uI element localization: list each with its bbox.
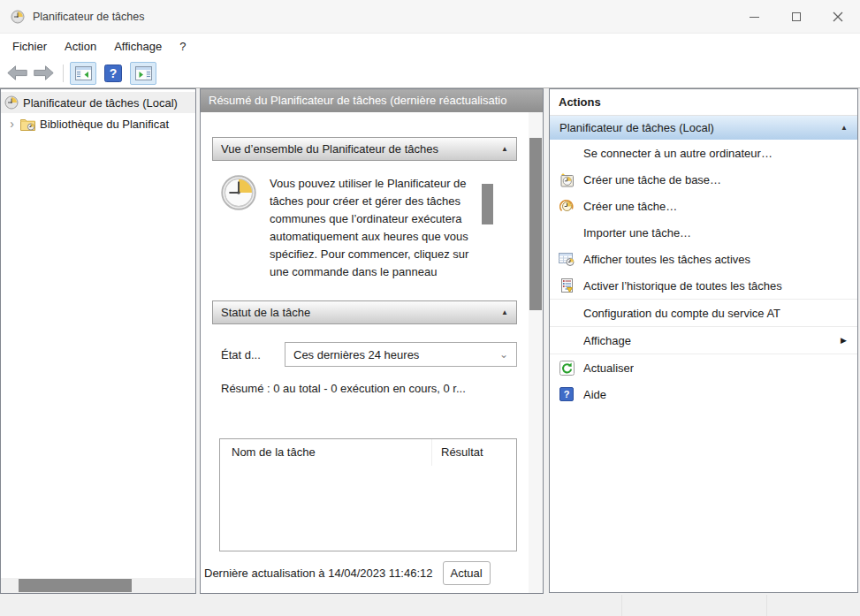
action-import-task[interactable]: Importer une tâche… bbox=[550, 219, 857, 246]
menu-affichage[interactable]: Affichage bbox=[105, 40, 171, 53]
empty-icon-slot bbox=[558, 331, 575, 349]
show-console-tree-button[interactable] bbox=[70, 62, 96, 85]
console-tree-icon bbox=[75, 66, 92, 80]
menu-help[interactable]: ? bbox=[171, 40, 194, 53]
task-status-section-header[interactable]: Statut de la tâche ▲ bbox=[212, 300, 517, 324]
action-item-label: Configuration du compte du service AT bbox=[583, 307, 780, 320]
maximize-icon bbox=[792, 12, 801, 21]
minimize-button[interactable] bbox=[734, 0, 775, 34]
tree-item-task-scheduler-library[interactable]: › Bibliothèque du Planificat bbox=[1, 113, 195, 134]
app-clock-icon bbox=[4, 95, 19, 110]
action-actualiser[interactable]: Actualiser bbox=[550, 354, 857, 381]
close-icon bbox=[833, 11, 843, 22]
empty-icon-slot bbox=[558, 224, 575, 241]
task-state-label: État d... bbox=[221, 348, 285, 361]
console-tree-panel: Planificateur de tâches (Local) › Biblio… bbox=[0, 88, 196, 594]
action-item-label: Créer une tâche de base… bbox=[583, 173, 721, 186]
folder-clock-icon bbox=[20, 118, 35, 131]
period-dropdown-value: Ces dernières 24 heures bbox=[293, 348, 419, 361]
action-create-task[interactable]: Créer une tâche… bbox=[550, 193, 857, 219]
maximize-button[interactable] bbox=[775, 0, 817, 34]
action-item-label: Importer une tâche… bbox=[583, 226, 691, 240]
status-bar bbox=[0, 595, 860, 616]
actions-group-header[interactable]: Planificateur de tâches (Local) ▲ bbox=[550, 116, 857, 140]
toolbar-separator bbox=[63, 65, 64, 82]
action-pane-icon bbox=[135, 66, 152, 80]
collapse-up-icon[interactable]: ▲ bbox=[501, 308, 508, 316]
chevron-right-icon[interactable]: › bbox=[6, 118, 18, 130]
task-state-row: État d... Ces dernières 24 heures ⌄ bbox=[221, 342, 517, 367]
task-summary-line: Résumé : 0 au total - 0 exécution en cou… bbox=[221, 382, 517, 395]
caption-buttons bbox=[734, 0, 858, 34]
summary-footer: Dernière actualisation à 14/04/2023 11:4… bbox=[204, 561, 530, 585]
help-icon: ? bbox=[558, 385, 575, 403]
menu-action[interactable]: Action bbox=[56, 40, 105, 53]
period-dropdown[interactable]: Ces dernières 24 heures ⌄ bbox=[285, 342, 517, 367]
overview-scrollbar-thumb[interactable] bbox=[482, 184, 493, 224]
task-status-section-title: Statut de la tâche bbox=[221, 306, 310, 319]
active-tasks-table-icon bbox=[558, 250, 575, 268]
tree-item-label: Planificateur de tâches (Local) bbox=[23, 96, 178, 110]
action-item-label: Se connecter à un autre ordinateur… bbox=[583, 147, 772, 160]
minimize-icon bbox=[750, 17, 759, 18]
overview-section-title: Vue d’ensemble du Planificateur de tâche… bbox=[221, 142, 438, 156]
window-title: Planificateur de tâches bbox=[33, 11, 144, 23]
column-result[interactable]: Résultat bbox=[432, 439, 516, 466]
action-item-label: Aide bbox=[583, 388, 606, 401]
toolbar: ? bbox=[0, 58, 860, 88]
horizontal-scrollbar[interactable] bbox=[1, 578, 195, 593]
column-task-name[interactable]: Nom de la tâche bbox=[220, 439, 432, 466]
help-icon: ? bbox=[104, 65, 122, 82]
menu-fichier[interactable]: Fichier bbox=[4, 40, 56, 53]
empty-icon-slot bbox=[558, 144, 575, 162]
summary-panel-header: Résumé du Planificateur de tâches (derni… bbox=[201, 89, 543, 112]
refresh-button[interactable]: Actual bbox=[443, 561, 491, 585]
actions-panel-title: Actions bbox=[550, 89, 857, 116]
forward-arrow-icon bbox=[34, 65, 54, 80]
show-action-pane-button[interactable] bbox=[130, 62, 156, 85]
empty-icon-slot bbox=[558, 304, 575, 322]
status-bar-separator bbox=[621, 595, 622, 616]
tree-item-task-scheduler-local[interactable]: Planificateur de tâches (Local) bbox=[1, 92, 195, 113]
create-basic-task-icon bbox=[558, 171, 575, 188]
title-bar: Planificateur de tâches bbox=[0, 0, 860, 34]
refresh-icon bbox=[558, 359, 575, 376]
action-item-label: Activer l’historique de toutes les tâche… bbox=[583, 279, 782, 293]
back-arrow-icon bbox=[7, 65, 27, 80]
tree-item-label: Bibliothèque du Planificat bbox=[40, 118, 169, 131]
collapse-up-icon[interactable]: ▲ bbox=[841, 124, 848, 132]
summary-content: Vue d’ensemble du Planificateur de tâche… bbox=[212, 112, 517, 593]
scrollbar-thumb[interactable] bbox=[19, 579, 132, 592]
action-create-basic-task[interactable]: Créer une tâche de base… bbox=[550, 166, 857, 193]
task-history-icon bbox=[558, 277, 575, 294]
close-button[interactable] bbox=[817, 0, 858, 34]
action-item-label: Afficher toutes les tâches actives bbox=[583, 253, 750, 266]
chevron-down-icon: ⌄ bbox=[499, 348, 508, 361]
action-connect-other-computer[interactable]: Se connecter à un autre ordinateur… bbox=[550, 140, 857, 166]
actions-group-title: Planificateur de tâches (Local) bbox=[559, 121, 714, 134]
action-enable-task-history[interactable]: Activer l’historique de toutes les tâche… bbox=[550, 272, 857, 299]
forward-button[interactable] bbox=[34, 65, 54, 80]
status-bar-separator bbox=[766, 595, 767, 616]
overview-text: Vous pouvez utiliser le Planificateur de… bbox=[270, 175, 471, 288]
scrollbar-thumb[interactable] bbox=[529, 138, 542, 310]
create-task-icon bbox=[558, 197, 575, 215]
vertical-scrollbar[interactable] bbox=[529, 112, 543, 593]
back-button[interactable] bbox=[7, 65, 27, 80]
action-aide[interactable]: ? Aide bbox=[550, 381, 857, 407]
toolbar-help-button[interactable]: ? bbox=[100, 62, 126, 85]
submenu-arrow-icon: ▶ bbox=[841, 336, 847, 345]
overview-section-header[interactable]: Vue d’ensemble du Planificateur de tâche… bbox=[212, 137, 517, 161]
action-at-service-account-config[interactable]: Configuration du compte du service AT bbox=[550, 300, 857, 326]
menu-bar: Fichier Action Affichage ? bbox=[0, 34, 860, 58]
action-item-label: Créer une tâche… bbox=[583, 200, 677, 213]
task-table: Nom de la tâche Résultat bbox=[219, 438, 517, 551]
clock-illustration-icon bbox=[221, 175, 256, 288]
action-item-label: Affichage bbox=[583, 334, 631, 347]
action-item-label: Actualiser bbox=[583, 361, 634, 375]
collapse-up-icon[interactable]: ▲ bbox=[501, 145, 508, 153]
overview-body: Vous pouvez utiliser le Planificateur de… bbox=[221, 175, 517, 288]
action-affichage[interactable]: Affichage ▶ bbox=[550, 327, 857, 354]
action-show-active-tasks[interactable]: Afficher toutes les tâches actives bbox=[550, 246, 857, 272]
task-table-header: Nom de la tâche Résultat bbox=[220, 439, 516, 466]
